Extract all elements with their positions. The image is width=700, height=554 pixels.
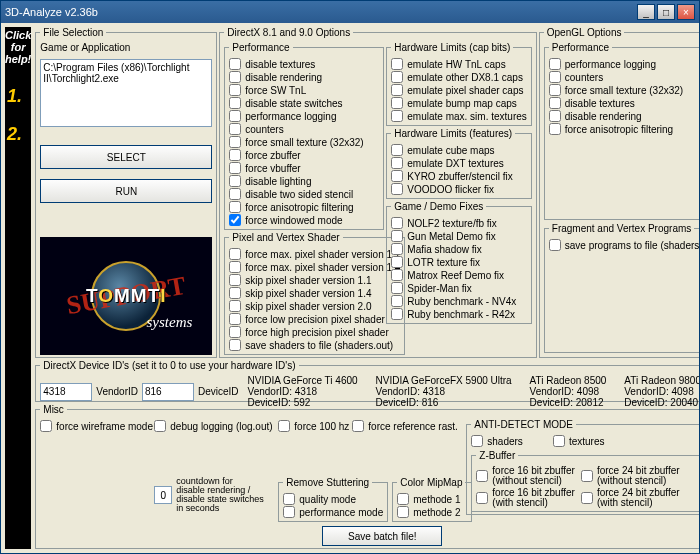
dx-fixes-checkbox-7[interactable] — [391, 308, 403, 320]
zb-checkbox-0[interactable] — [476, 470, 488, 482]
gl-perf-checkbox-4[interactable] — [549, 110, 561, 122]
stutter-checkbox-0[interactable] — [283, 493, 295, 505]
dx-hwcap-checkbox-4[interactable] — [391, 110, 403, 122]
dx-perf-checkbox-1[interactable] — [229, 71, 241, 83]
dx-hwcap-checkbox-2[interactable] — [391, 84, 403, 96]
debug-log-checkbox[interactable] — [154, 420, 166, 432]
dx-hwfeat-checkbox-1[interactable] — [391, 157, 403, 169]
gl-perf-checkbox-1[interactable] — [549, 71, 561, 83]
dx-perf-checkbox-10[interactable] — [229, 188, 241, 200]
wireframe-checkbox[interactable] — [40, 420, 52, 432]
minimize-button[interactable]: _ — [637, 4, 655, 20]
dx-pvs-checkbox-4[interactable] — [229, 300, 241, 312]
vendor-id-input[interactable] — [40, 383, 92, 401]
zb-checkbox-3[interactable] — [581, 492, 593, 504]
zb-checkbox-2[interactable] — [581, 470, 593, 482]
save-batch-button[interactable]: Save batch file! — [322, 526, 442, 546]
gl-perf-checkbox-3[interactable] — [549, 97, 561, 109]
dx-pvs-checkbox-1[interactable] — [229, 261, 241, 273]
content: Click for help! 1. 2. File Selection Gam… — [1, 23, 699, 553]
mip-checkbox-1[interactable] — [397, 506, 409, 518]
mipmap-group: Color MipMap methode 1methode 2 — [392, 477, 472, 522]
dx-fixes-checkbox-6[interactable] — [391, 295, 403, 307]
dx-pvs-checkbox-6[interactable] — [229, 326, 241, 338]
help-text-2: for — [5, 41, 31, 53]
dx-perf-checkbox-5[interactable] — [229, 123, 241, 135]
anti-textures-label: textures — [569, 436, 605, 447]
dx-perf-label-11: force anisotropic filtering — [245, 202, 353, 213]
anti-legend: ANTI-DETECT MODE — [471, 419, 576, 430]
help-sidebar[interactable]: Click for help! 1. 2. — [5, 27, 31, 549]
dx-pvs-checkbox-0[interactable] — [229, 248, 241, 260]
dx-fixes-checkbox-1[interactable] — [391, 230, 403, 242]
gl-perf-checkbox-0[interactable] — [549, 58, 561, 70]
tommti-logo[interactable]: TOMMTI SUPPORT systems — [40, 237, 212, 355]
vendor-id-label: VendorID — [96, 386, 138, 397]
gl-fvp-checkbox-0[interactable] — [549, 239, 561, 251]
dx-hwfeat-checkbox-0[interactable] — [391, 144, 403, 156]
mip-label-0: methode 1 — [413, 494, 460, 505]
select-button[interactable]: SELECT — [40, 145, 212, 169]
dx-hwcap-checkbox-3[interactable] — [391, 97, 403, 109]
dx-fixes-label-4: Matrox Reef Demo fix — [407, 270, 504, 281]
dx-perf-legend: Performance — [229, 42, 292, 53]
dx-pvs-legend: Pixel and Vertex Shader — [229, 232, 342, 243]
dx-perf-label-5: counters — [245, 124, 283, 135]
dx-perf-label-1: disable rendering — [245, 72, 322, 83]
dx-perf-checkbox-0[interactable] — [229, 58, 241, 70]
dx-perf-checkbox-4[interactable] — [229, 110, 241, 122]
zb-label-2: force 24 bit zbuffer (without stencil) — [597, 466, 680, 486]
maximize-button[interactable]: □ — [657, 4, 675, 20]
dx-perf-checkbox-6[interactable] — [229, 136, 241, 148]
gl-legend: OpenGL Options — [544, 27, 625, 38]
help-text-1: Click — [5, 29, 31, 41]
gl-perf-label-0: performance logging — [565, 59, 656, 70]
zb-checkbox-1[interactable] — [476, 492, 488, 504]
dx-hwcap-checkbox-0[interactable] — [391, 58, 403, 70]
dx-fixes-checkbox-3[interactable] — [391, 256, 403, 268]
close-button[interactable]: × — [677, 4, 695, 20]
gl-perf-label-5: force anisotropic filtering — [565, 124, 673, 135]
dx-pvs-checkbox-3[interactable] — [229, 287, 241, 299]
dx-pvs-label-0: force max. pixel shader version 1.1 — [245, 249, 400, 260]
zb-label-1: force 16 bit zbuffer (with stencil) — [492, 488, 575, 508]
stutter-checkbox-1[interactable] — [283, 506, 295, 518]
wireframe-label: force wireframe mode — [56, 421, 153, 432]
force-100hz-checkbox[interactable] — [278, 420, 290, 432]
file-selection-legend: File Selection — [40, 27, 106, 38]
anti-shaders-checkbox[interactable] — [471, 435, 483, 447]
dx-hwcap-checkbox-1[interactable] — [391, 71, 403, 83]
dx-pvs-checkbox-2[interactable] — [229, 274, 241, 286]
dx-perf-checkbox-9[interactable] — [229, 175, 241, 187]
gl-perf-checkbox-2[interactable] — [549, 84, 561, 96]
dx-hwfeat-checkbox-2[interactable] — [391, 170, 403, 182]
dx-perf-checkbox-7[interactable] — [229, 149, 241, 161]
dx-pvs-checkbox-5[interactable] — [229, 313, 241, 325]
mip-checkbox-0[interactable] — [397, 493, 409, 505]
dx-hwfeat-checkbox-3[interactable] — [391, 183, 403, 195]
dx-pvs-checkbox-7[interactable] — [229, 339, 241, 351]
app-window: 3D-Analyze v2.36b _ □ × Click for help! … — [0, 0, 700, 554]
dx-perf-checkbox-8[interactable] — [229, 162, 241, 174]
gl-perf-checkbox-5[interactable] — [549, 123, 561, 135]
dx-hwcap-legend: Hardware Limits (cap bits) — [391, 42, 513, 53]
dx-fixes-checkbox-4[interactable] — [391, 269, 403, 281]
dx-fixes-label-2: Mafia shadow fix — [407, 244, 481, 255]
device-id-input[interactable] — [142, 383, 194, 401]
dx-perf-checkbox-2[interactable] — [229, 84, 241, 96]
titlebar[interactable]: 3D-Analyze v2.36b _ □ × — [1, 1, 699, 23]
debug-log-label: debug logging (log.out) — [170, 421, 272, 432]
dx-fixes-checkbox-0[interactable] — [391, 217, 403, 229]
dx-fixes-label-3: LOTR texture fix — [407, 257, 480, 268]
anti-textures-checkbox[interactable] — [553, 435, 565, 447]
step-1: 1. — [5, 87, 31, 107]
dx-fixes-checkbox-5[interactable] — [391, 282, 403, 294]
dx-fixes-checkbox-2[interactable] — [391, 243, 403, 255]
help-text-3: help! — [5, 53, 31, 65]
dx-perf-checkbox-11[interactable] — [229, 201, 241, 213]
run-button[interactable]: RUN — [40, 179, 212, 203]
dx-perf-checkbox-12[interactable] — [229, 214, 241, 226]
dx-perf-checkbox-3[interactable] — [229, 97, 241, 109]
ref-rast-checkbox[interactable] — [352, 420, 364, 432]
countdown-input[interactable] — [154, 486, 172, 504]
